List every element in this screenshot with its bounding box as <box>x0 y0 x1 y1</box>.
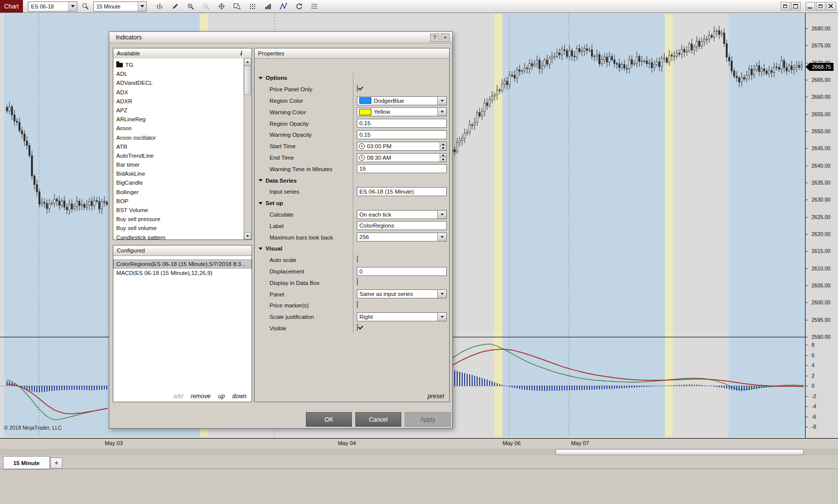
preset-link[interactable]: preset <box>428 393 444 400</box>
price-axis[interactable]: 2668.75 2680.002675.002670.002665.002660… <box>806 12 838 439</box>
available-item-aroon[interactable]: Aroon <box>113 124 244 133</box>
crosshair-icon[interactable] <box>217 1 227 11</box>
spin-down-icon[interactable] <box>440 146 446 150</box>
pencil-icon[interactable] <box>170 1 180 11</box>
available-item-bst-volume[interactable]: BST Volume <box>113 206 244 215</box>
text-input[interactable]: 0 <box>357 267 447 276</box>
dropdown[interactable]: 256 <box>357 233 447 242</box>
collapse-arrow-icon[interactable] <box>259 77 263 79</box>
checkbox[interactable] <box>357 255 358 262</box>
dialog-titlebar[interactable]: Indicators ? × <box>109 32 452 43</box>
available-item-buy-sell-pressure[interactable]: Buy sell pressure <box>113 215 244 224</box>
dropdown-arrow-icon[interactable] <box>138 2 146 11</box>
available-item-apz[interactable]: APZ <box>113 106 244 115</box>
interval-selector[interactable]: 15 Minute <box>93 1 147 11</box>
checkbox[interactable] <box>357 301 358 308</box>
available-item-bidaskline[interactable]: BidAskLine <box>113 169 244 178</box>
help-button[interactable]: ? <box>430 33 439 42</box>
available-item-bigcandle[interactable]: BigCandle <box>113 178 244 187</box>
maximize-window-button[interactable] <box>791 2 801 10</box>
available-item-bollinger[interactable]: Bollinger <box>113 188 244 197</box>
instrument-search-icon[interactable] <box>81 2 89 10</box>
available-item-tg[interactable]: TG <box>113 60 244 69</box>
ok-button[interactable]: OK <box>306 412 352 427</box>
stacked-bars-icon[interactable] <box>263 1 273 11</box>
dropdown[interactable]: On each tick <box>357 210 447 219</box>
dropdown-arrow-icon[interactable] <box>437 313 446 321</box>
dropdown[interactable]: Same as input series <box>357 289 447 298</box>
dropdown[interactable]: DodgerBlue <box>357 96 447 105</box>
configured-item[interactable]: MACD(ES 06-18 (15 Minute),12,26,9) <box>113 268 252 277</box>
remove-link[interactable]: remove <box>191 393 211 400</box>
dropdown-arrow-icon[interactable] <box>437 108 446 116</box>
available-scrollbar[interactable] <box>244 58 252 240</box>
spinner[interactable] <box>440 154 446 162</box>
data-grid-icon[interactable] <box>248 1 258 11</box>
scrollbar-thumb[interactable] <box>556 449 804 455</box>
instrument-selector[interactable]: ES 06-18 <box>28 1 77 11</box>
available-item-bar-timer[interactable]: Bar timer <box>113 160 244 169</box>
cancel-button[interactable]: Cancel <box>355 412 401 427</box>
scroll-down-icon[interactable] <box>244 233 251 240</box>
chart-inspect-icon[interactable] <box>232 1 242 11</box>
dropdown-arrow-icon[interactable] <box>437 290 446 298</box>
text-input[interactable]: ColorRegions <box>357 221 447 230</box>
dropdown-arrow-icon[interactable] <box>437 97 446 105</box>
text-input[interactable]: 0.15 <box>357 130 447 139</box>
configured-item[interactable]: ColorRegions(ES 06-18 (15 Minute),5/7/20… <box>113 259 252 268</box>
time-input[interactable]: 08:30 AM <box>357 153 447 162</box>
scroll-up-icon[interactable] <box>244 58 251 65</box>
available-item-aroon-oscillator[interactable]: Aroon oscillator <box>113 133 244 142</box>
bars-icon[interactable] <box>155 1 165 11</box>
checkbox[interactable] <box>357 324 358 331</box>
close-app-button[interactable] <box>827 2 836 10</box>
restore-window-button[interactable] <box>781 2 790 10</box>
dropdown-arrow-icon[interactable] <box>437 211 446 219</box>
text-input[interactable]: 0.15 <box>357 119 447 128</box>
dropdown-arrow-icon[interactable] <box>437 233 446 241</box>
tab-15-minute[interactable]: 15 Minute <box>3 456 50 470</box>
checkbox[interactable] <box>357 85 358 92</box>
dialog-close-button[interactable]: × <box>441 33 450 42</box>
dropdown[interactable]: Right <box>357 312 447 321</box>
minimize-app-button[interactable] <box>806 2 815 10</box>
restore-app-button[interactable] <box>816 2 826 10</box>
list-icon[interactable] <box>309 1 319 11</box>
dropdown-arrow-icon[interactable] <box>68 2 77 11</box>
reload-icon[interactable] <box>294 1 304 11</box>
collapse-arrow-icon[interactable] <box>259 202 263 205</box>
chart-menu-button[interactable]: Chart <box>0 0 23 12</box>
spin-up-icon[interactable] <box>440 154 446 158</box>
checkbox[interactable] <box>357 278 358 285</box>
text-input[interactable]: ES 06-18 (15 Minute) <box>357 187 447 196</box>
collapse-arrow-icon[interactable] <box>259 248 263 250</box>
zoom-in-icon[interactable] <box>186 1 196 11</box>
spin-up-icon[interactable] <box>440 142 446 147</box>
available-item-candlestick-pattern[interactable]: Candlestick pattern <box>113 233 244 240</box>
dropdown[interactable]: Yellow <box>357 107 447 116</box>
spin-down-icon[interactable] <box>440 158 446 162</box>
time-input[interactable]: 03:00 PM <box>357 142 447 151</box>
text-input[interactable]: 15 <box>357 164 447 173</box>
apply-button[interactable]: Apply <box>405 412 451 427</box>
available-item-adx[interactable]: ADX <box>113 88 244 97</box>
available-item-bop[interactable]: BOP <box>113 197 244 206</box>
available-item-atr[interactable]: ATR <box>113 142 244 151</box>
zigzag-icon[interactable] <box>279 1 288 11</box>
zoom-out-icon[interactable] <box>201 1 211 11</box>
info-icon[interactable]: i <box>240 49 248 57</box>
spinner[interactable] <box>440 142 446 150</box>
available-item-adxr[interactable]: ADXR <box>113 97 244 106</box>
add-tab-button[interactable]: + <box>50 458 62 469</box>
up-link[interactable]: up <box>218 393 225 400</box>
available-item-autotrendline[interactable]: AutoTrendLine <box>113 151 244 160</box>
available-item-arlinereg[interactable]: ARLineReg <box>113 115 244 124</box>
collapse-arrow-icon[interactable] <box>259 179 263 182</box>
down-link[interactable]: down <box>232 393 247 400</box>
available-item-adl[interactable]: ADL <box>113 69 244 78</box>
h-scrollbar[interactable] <box>0 449 838 455</box>
scrollbar-thumb[interactable] <box>244 66 251 95</box>
available-item-buy-sell-volume[interactable]: Buy sell volume <box>113 224 244 233</box>
add-link[interactable]: add <box>173 393 183 400</box>
available-item-advanddecl[interactable]: ADVandDECL <box>113 78 244 87</box>
